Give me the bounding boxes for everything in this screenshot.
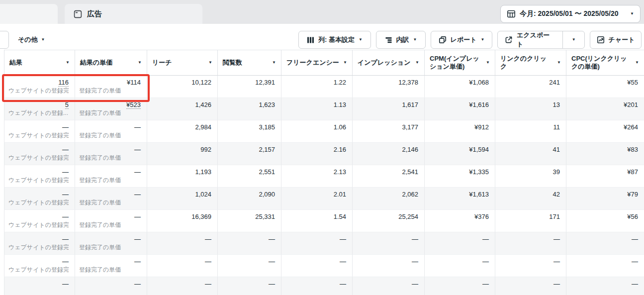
cell-subtext: 登録完了の単価 xyxy=(79,109,141,117)
cell-reach: — xyxy=(147,277,217,295)
cell-cpm: ¥1,335 xyxy=(424,165,495,188)
cell-value: 2,062 xyxy=(357,190,418,198)
cell-value: — xyxy=(357,280,418,288)
cell-value: — xyxy=(8,257,69,266)
column-header-cpc[interactable]: CPC(リンククリックの単価)▼ xyxy=(566,50,644,75)
sort-chevron-icon[interactable]: ▼ xyxy=(272,61,276,65)
columns-button[interactable]: 列: 基本設定 ▼ xyxy=(298,31,371,49)
sort-chevron-icon[interactable]: ▼ xyxy=(557,61,561,65)
cell-value: — xyxy=(8,280,69,288)
column-header-views[interactable]: 閲覧数▼ xyxy=(217,50,281,75)
column-header-label: 結果の単価 xyxy=(80,59,112,67)
cell-link_clicks: 41 xyxy=(495,143,566,165)
sort-chevron-icon[interactable]: ▼ xyxy=(343,61,347,65)
table-body: 116ウェブサイトの登録完...¥114登録完了の単価10,12212,3911… xyxy=(4,76,644,295)
cell-frequency: 1.54 xyxy=(281,210,352,232)
column-header-label: 結果 xyxy=(9,59,22,67)
cell-cost: —登録完了の単価 xyxy=(75,165,147,188)
column-header-reach[interactable]: リーチ▼ xyxy=(147,50,217,75)
sort-chevron-icon[interactable]: ▼ xyxy=(486,61,490,65)
cell-value: ¥1,594 xyxy=(429,145,489,154)
cell-value: 39 xyxy=(499,168,560,176)
sort-chevron-icon[interactable]: ▼ xyxy=(415,61,419,65)
column-header-label: リーチ xyxy=(152,59,172,67)
cell-subtext: 登録完了の単価 xyxy=(79,87,141,95)
cell-impressions: — xyxy=(352,232,424,255)
cell-value: 11 xyxy=(499,123,560,131)
cell-views: 2,157 xyxy=(217,143,281,165)
cell-value: 3,177 xyxy=(357,123,418,131)
cell-value: 1,617 xyxy=(357,100,418,109)
column-header-link_clicks[interactable]: リンクのクリック▼ xyxy=(495,50,566,75)
column-header-frequency[interactable]: フリークエンシー▼ xyxy=(281,50,352,75)
sort-chevron-icon[interactable]: ▼ xyxy=(208,61,212,65)
column-header-label: CPC(リンククリックの単価) xyxy=(571,55,631,71)
cell-value: — xyxy=(79,280,141,288)
sort-chevron-icon[interactable]: ▼ xyxy=(635,61,639,65)
column-header-result[interactable]: 結果▼ xyxy=(4,50,75,75)
cell-cpm: ¥1,068 xyxy=(424,76,495,98)
toolbar-partial-button[interactable] xyxy=(0,31,9,49)
tab-strip: 広告 今月: 2025/05/01 〜 2025/05/20 ▼ xyxy=(0,0,644,24)
cell-value: — xyxy=(8,212,69,221)
table-row: —ウェブサイトの登録完...—登録完了の単価——————— xyxy=(4,255,644,277)
cell-value: 992 xyxy=(151,145,211,154)
cell-subtext: ウェブサイトの登録... xyxy=(8,109,69,117)
cell-value-link[interactable]: 5 xyxy=(65,101,69,109)
cell-frequency: 1.13 xyxy=(281,98,352,120)
cell-value: ¥87 xyxy=(570,168,638,176)
cell-views: — xyxy=(217,277,281,295)
cell-link_clicks: 171 xyxy=(495,210,566,232)
cell-value-link[interactable]: 116 xyxy=(58,79,69,87)
cell-link_clicks: — xyxy=(495,232,566,255)
cell-value-link[interactable]: ¥523 xyxy=(126,101,141,109)
cell-value: — xyxy=(285,280,346,288)
cell-cost: ¥523登録完了の単価 xyxy=(75,98,147,120)
table-row: —ウェブサイトの登録完...—登録完了の単価1,1932,5512.132,54… xyxy=(4,165,644,188)
tab-ads[interactable]: 広告 xyxy=(65,4,202,24)
tab-previous-partial[interactable] xyxy=(0,4,58,24)
cell-link_clicks: — xyxy=(495,277,566,295)
date-range-button[interactable]: 今月: 2025/05/01 〜 2025/05/20 ▼ xyxy=(500,5,641,23)
cell-value: ¥1,613 xyxy=(429,190,489,198)
table-row: —ウェブサイトの登録完...—登録完了の単価16,36925,3311.5425… xyxy=(4,210,644,232)
cell-value: 1,193 xyxy=(151,168,211,176)
column-header-cost[interactable]: 結果の単価▼ xyxy=(75,50,147,75)
table-row: —ウェブサイトの登録完...—登録完了の単価9922,1572.162,146¥… xyxy=(4,143,644,165)
export-options-button[interactable]: ▼ xyxy=(563,31,584,48)
cell-value: — xyxy=(79,212,141,221)
breakdown-icon xyxy=(385,36,392,44)
cell-subtext: ウェブサイトの登録完... xyxy=(8,221,69,229)
cell-cpm: ¥376 xyxy=(424,210,495,232)
cell-result: —ウェブサイトの登録完... xyxy=(4,165,75,188)
cell-impressions: 2,062 xyxy=(352,188,424,210)
breakdown-button[interactable]: 内訳 ▼ xyxy=(376,31,426,49)
cell-value: 2,541 xyxy=(357,168,418,176)
cell-reach: 1,193 xyxy=(147,165,217,188)
column-header-cpm[interactable]: CPM(インプレッション単価)▼ xyxy=(424,50,495,75)
columns-icon xyxy=(307,36,314,44)
cell-value: 1.22 xyxy=(285,78,346,87)
calendar-icon xyxy=(507,9,516,18)
cell-value: — xyxy=(429,280,489,288)
sort-chevron-icon[interactable]: ▼ xyxy=(66,61,70,65)
chart-button[interactable]: チャート xyxy=(590,31,642,49)
report-button[interactable]: レポート ▼ xyxy=(431,31,492,49)
export-button[interactable]: エクスポート xyxy=(498,31,562,48)
cell-value: 2.16 xyxy=(285,145,346,154)
more-dropdown[interactable]: その他 ▼ xyxy=(18,31,45,49)
cell-value: ¥1,335 xyxy=(429,168,489,176)
cell-frequency: 1.06 xyxy=(281,120,352,143)
cell-value: 41 xyxy=(499,145,560,154)
column-header-impressions[interactable]: インプレッション▼ xyxy=(352,50,424,75)
sort-chevron-icon[interactable]: ▼ xyxy=(138,61,142,65)
cell-value: — xyxy=(151,280,211,288)
cell-link_clicks: 241 xyxy=(495,76,566,98)
cell-cpm: ¥1,616 xyxy=(424,98,495,120)
cell-value: ¥1,616 xyxy=(429,100,489,109)
chart-icon xyxy=(597,36,605,44)
cell-cost: —登録完了の単価 xyxy=(75,120,147,143)
ads-manager-screen: 広告 今月: 2025/05/01 〜 2025/05/20 ▼ その他 ▼ xyxy=(0,0,644,295)
column-header-label: フリークエンシー xyxy=(286,59,339,67)
cell-cpc: ¥201 xyxy=(566,98,644,120)
